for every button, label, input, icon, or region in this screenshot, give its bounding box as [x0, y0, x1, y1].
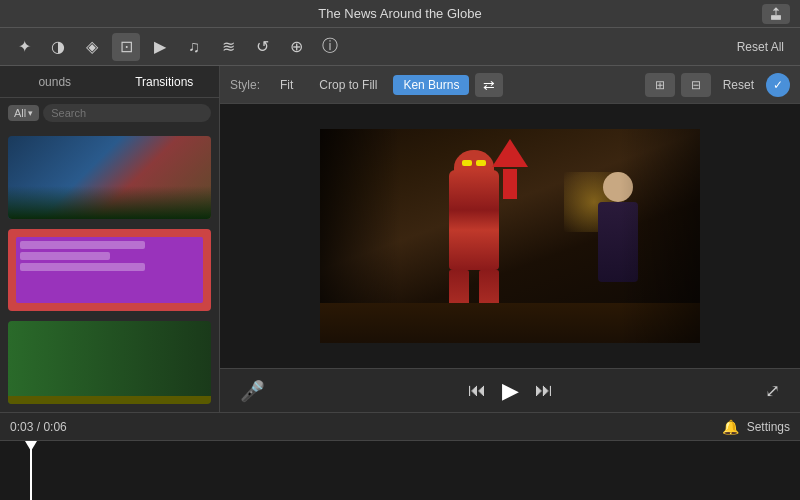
sidebar-search-bar: All ▾ [0, 98, 219, 128]
direction-arrow [492, 139, 528, 199]
crop-icon[interactable]: ⊡ [112, 33, 140, 61]
share-icon [769, 7, 783, 21]
sidebar-tab-transitions[interactable]: Transitions [110, 66, 220, 97]
fullscreen-button[interactable]: ⤢ [765, 380, 780, 402]
playback-controls: ⏮ ▶ ⏭ [468, 378, 553, 404]
crop-fit-button[interactable]: ⊟ [681, 73, 711, 97]
sidebar-thumbnails [0, 128, 219, 412]
speed-icon[interactable]: ≋ [214, 33, 242, 61]
timeline-track[interactable] [0, 441, 800, 500]
timeline-area: 0:03 / 0:06 🔔 Settings [0, 412, 800, 500]
chevron-down-icon: ▾ [28, 108, 33, 118]
video-preview [220, 104, 800, 368]
video-icon[interactable]: ▶ [146, 33, 174, 61]
audio-icon[interactable]: ♫ [180, 33, 208, 61]
thumbnail-item[interactable] [8, 136, 211, 219]
crop-to-fill-button[interactable]: Crop to Fill [309, 75, 387, 95]
info-icon[interactable]: ⓘ [316, 33, 344, 61]
settings-button[interactable]: Settings [747, 420, 790, 434]
playback-bar: 🎤 ⏮ ▶ ⏭ ⤢ [220, 368, 800, 412]
enhance-icon[interactable]: ✦ [10, 33, 38, 61]
overlay-icon[interactable]: ⊕ [282, 33, 310, 61]
toolbar: ✦ ◑ ◈ ⊡ ▶ ♫ ≋ ↺ ⊕ ⓘ Reset All [0, 28, 800, 66]
sidebar-tabs: ounds Transitions [0, 66, 219, 98]
video-frame [320, 129, 700, 343]
sidebar: ounds Transitions All ▾ [0, 66, 220, 412]
style-label: Style: [230, 78, 260, 92]
time-display: 0:03 / 0:06 [10, 420, 67, 434]
skip-back-button[interactable]: ⏮ [468, 380, 486, 401]
main-area: ounds Transitions All ▾ [0, 66, 800, 412]
mic-button[interactable]: 🎤 [240, 380, 265, 402]
playhead [30, 441, 32, 500]
swap-icon[interactable]: ⇄ [475, 73, 503, 97]
reset-all-button[interactable]: Reset All [731, 37, 790, 57]
volume-icon: 🔔 [722, 419, 739, 435]
all-filter-badge[interactable]: All ▾ [8, 105, 39, 121]
style-bar: Style: Fit Crop to Fill Ken Burns ⇄ ⊞ ⊟ … [220, 66, 800, 104]
window-title: The News Around the Globe [318, 6, 481, 21]
stabilize-icon[interactable]: ↺ [248, 33, 276, 61]
sidebar-tab-sounds[interactable]: ounds [0, 66, 110, 97]
search-input[interactable] [43, 104, 211, 122]
reset-button[interactable]: Reset [717, 75, 760, 95]
share-button[interactable] [762, 4, 790, 24]
filter-icon[interactable]: ◈ [78, 33, 106, 61]
color-icon[interactable]: ◑ [44, 33, 72, 61]
confirm-button[interactable]: ✓ [766, 73, 790, 97]
ken-burns-button[interactable]: Ken Burns [393, 75, 469, 95]
content-area: Style: Fit Crop to Fill Ken Burns ⇄ ⊞ ⊟ … [220, 66, 800, 412]
thumbnail-item[interactable] [8, 229, 211, 312]
skip-forward-button[interactable]: ⏭ [535, 380, 553, 401]
fit-button[interactable]: Fit [270, 75, 303, 95]
play-button[interactable]: ▶ [502, 378, 519, 404]
timeline-header: 0:03 / 0:06 🔔 Settings [0, 413, 800, 441]
thumbnail-item[interactable] [8, 321, 211, 404]
title-bar: The News Around the Globe [0, 0, 800, 28]
crop-view-button[interactable]: ⊞ [645, 73, 675, 97]
